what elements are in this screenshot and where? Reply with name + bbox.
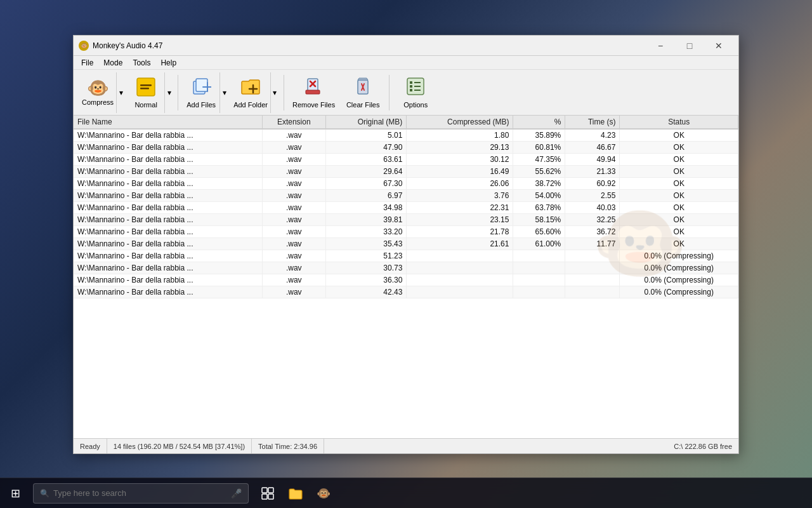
- table-row[interactable]: W:\Mannarino - Bar della rabbia ....wav3…: [74, 214, 738, 226]
- svg-rect-4: [196, 79, 207, 91]
- table-row[interactable]: W:\Mannarino - Bar della rabbia ....wav3…: [74, 202, 738, 214]
- table-row[interactable]: W:\Mannarino - Bar della rabbia ....wav3…: [74, 226, 738, 238]
- toolbar: 🐵 Compress ▾ Normal ▾: [74, 70, 738, 116]
- col-header-time[interactable]: Time (s): [565, 116, 620, 129]
- svg-rect-19: [410, 89, 412, 91]
- remove-files-icon: [304, 76, 324, 100]
- col-header-extension[interactable]: Extension: [262, 116, 325, 129]
- taskbar-search-box[interactable]: 🔍 🎤: [33, 483, 249, 504]
- menubar: File Mode Tools Help: [74, 56, 738, 70]
- statusbar-disk-free: C:\ 222.86 GB free: [667, 439, 738, 453]
- window-title: Monkey's Audio 4.47: [93, 41, 646, 50]
- svg-rect-17: [410, 81, 412, 84]
- col-header-percent[interactable]: %: [513, 116, 565, 129]
- taskbar: ⊞ 🔍 🎤 🐵: [0, 478, 812, 508]
- remove-files-label: Remove Files: [292, 101, 335, 109]
- search-icon: 🔍: [40, 489, 49, 498]
- menu-help[interactable]: Help: [155, 57, 181, 69]
- total-time-text: Total Time: 2:34.96: [258, 443, 317, 450]
- svg-rect-2: [140, 88, 149, 90]
- table-row[interactable]: W:\Mannarino - Bar della rabbia ....wav2…: [74, 166, 738, 178]
- col-header-status[interactable]: Status: [620, 116, 738, 129]
- add-files-label: Add Files: [187, 101, 216, 109]
- table-row[interactable]: W:\Mannarino - Bar della rabbia ....wav3…: [74, 238, 738, 250]
- compress-arrow[interactable]: ▾: [116, 72, 125, 113]
- remove-files-button[interactable]: Remove Files: [288, 72, 339, 113]
- table-header-row: File Name Extension Original (MB) Compre…: [74, 116, 738, 129]
- table-row[interactable]: W:\Mannarino - Bar della rabbia ....wav6…: [74, 178, 738, 190]
- taskbar-pinned-icons: 🐵: [254, 479, 337, 507]
- col-header-filename[interactable]: File Name: [74, 116, 262, 129]
- add-folder-label: Add Folder: [233, 101, 268, 109]
- add-files-button[interactable]: Add Files: [183, 72, 219, 113]
- svg-rect-23: [262, 488, 267, 493]
- compress-button-group: 🐵 Compress ▾: [79, 72, 126, 114]
- table-row[interactable]: W:\Mannarino - Bar della rabbia ....wav5…: [74, 129, 738, 142]
- compress-button[interactable]: 🐵 Compress: [79, 72, 116, 113]
- col-header-compressed[interactable]: Compressed (MB): [407, 116, 513, 129]
- clear-files-label: Clear Files: [346, 101, 380, 109]
- monkey-audio-taskbar[interactable]: 🐵: [310, 479, 337, 507]
- table-row[interactable]: W:\Mannarino - Bar della rabbia ....wav4…: [74, 142, 738, 154]
- table-row[interactable]: W:\Mannarino - Bar della rabbia ....wav6…: [74, 154, 738, 166]
- minimize-button[interactable]: −: [646, 36, 675, 56]
- table-row[interactable]: W:\Mannarino - Bar della rabbia ....wav5…: [74, 250, 738, 262]
- svg-rect-9: [308, 79, 318, 91]
- add-files-button-group: Add Files ▾: [182, 72, 229, 114]
- statusbar-ready: Ready: [74, 439, 107, 453]
- toolbar-divider-1: [178, 75, 178, 110]
- svg-rect-26: [268, 494, 273, 499]
- toolbar-divider-3: [389, 75, 390, 110]
- svg-rect-1: [140, 84, 152, 86]
- application-window: 🐵 Monkey's Audio 4.47 − □ ✕ File Mode To…: [73, 35, 739, 454]
- compress-icon: 🐵: [87, 79, 109, 97]
- disk-free-text: C:\ 222.86 GB free: [674, 443, 732, 450]
- menu-mode[interactable]: Mode: [98, 57, 128, 69]
- maximize-button[interactable]: □: [675, 36, 704, 56]
- close-button[interactable]: ✕: [704, 36, 733, 56]
- ready-text: Ready: [80, 443, 100, 450]
- add-folder-arrow[interactable]: ▾: [270, 72, 279, 113]
- svg-rect-24: [268, 488, 273, 493]
- start-button[interactable]: ⊞: [0, 478, 30, 509]
- statusbar-total-time: Total Time: 2:34.96: [252, 439, 324, 453]
- menu-file[interactable]: File: [76, 57, 98, 69]
- svg-rect-0: [137, 78, 155, 96]
- app-icon: 🐵: [79, 41, 89, 51]
- normal-icon: [136, 77, 156, 100]
- toolbar-divider-2: [284, 75, 284, 110]
- normal-button[interactable]: Normal: [128, 72, 164, 113]
- table-row[interactable]: W:\Mannarino - Bar della rabbia ....wav3…: [74, 274, 738, 286]
- file-explorer-button[interactable]: [282, 479, 310, 507]
- search-input[interactable]: [53, 488, 226, 498]
- add-folder-button-group: Add Folder ▾: [230, 72, 280, 114]
- table-row[interactable]: W:\Mannarino - Bar della rabbia ....wav4…: [74, 286, 738, 298]
- add-folder-button[interactable]: Add Folder: [231, 72, 270, 113]
- add-files-arrow[interactable]: ▾: [219, 72, 228, 113]
- options-label: Options: [403, 101, 428, 109]
- clear-files-icon: [353, 76, 373, 100]
- statusbar: Ready 14 files (196.20 MB / 524.54 MB [3…: [74, 438, 738, 453]
- microphone-icon[interactable]: 🎤: [231, 488, 242, 498]
- file-table-body: W:\Mannarino - Bar della rabbia ....wav5…: [74, 129, 738, 298]
- table-row[interactable]: W:\Mannarino - Bar della rabbia ....wav3…: [74, 262, 738, 274]
- clear-files-button[interactable]: Clear Files: [341, 72, 385, 113]
- table-row[interactable]: W:\Mannarino - Bar della rabbia ....wav6…: [74, 190, 738, 202]
- normal-label: Normal: [134, 101, 157, 109]
- svg-rect-25: [262, 494, 267, 499]
- add-files-icon: [191, 76, 211, 100]
- files-info-text: 14 files (196.20 MB / 524.54 MB [37.41%]…: [114, 443, 245, 450]
- statusbar-files-info: 14 files (196.20 MB / 524.54 MB [37.41%]…: [107, 439, 252, 453]
- add-folder-icon: [240, 76, 261, 100]
- titlebar: 🐵 Monkey's Audio 4.47 − □ ✕: [74, 36, 738, 56]
- normal-button-group: Normal ▾: [127, 72, 174, 114]
- col-header-original[interactable]: Original (MB): [325, 116, 407, 129]
- options-button[interactable]: Options: [393, 72, 438, 113]
- normal-arrow[interactable]: ▾: [164, 72, 173, 113]
- compress-label: Compress: [82, 98, 114, 106]
- task-view-button[interactable]: [254, 479, 282, 507]
- menu-tools[interactable]: Tools: [128, 57, 155, 69]
- svg-rect-18: [410, 85, 412, 88]
- windows-icon: ⊞: [11, 486, 20, 500]
- svg-rect-12: [306, 90, 320, 94]
